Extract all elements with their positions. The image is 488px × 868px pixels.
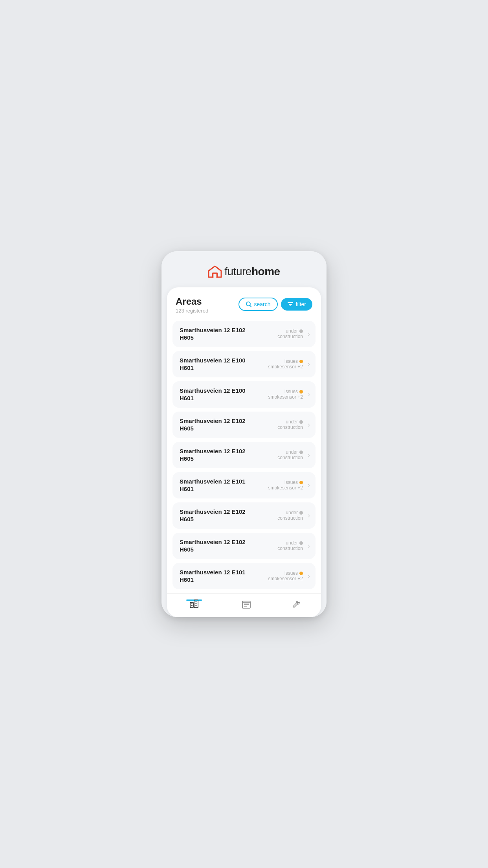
header-row: Areas 123 registered search: [167, 287, 321, 319]
list-nav-icon: [241, 599, 252, 610]
chevron-right-icon: ›: [308, 330, 310, 338]
chevron-right-icon: ›: [308, 511, 310, 520]
list-item[interactable]: Smarthusveien 12 E102H605 under construc…: [172, 412, 316, 438]
filter-label: filter: [296, 301, 306, 307]
item-address: Smarthusveien 12 E100H601: [180, 357, 246, 372]
page-title: Areas: [176, 296, 208, 307]
item-status: issues smokesensor +2: [268, 389, 303, 400]
chevron-right-icon: ›: [308, 360, 310, 368]
item-status: issues smokesensor +2: [268, 480, 303, 491]
logo-bold: home: [251, 265, 280, 278]
item-address: Smarthusveien 12 E102H605: [180, 326, 246, 342]
item-address: Smarthusveien 12 E102H605: [180, 417, 246, 432]
chevron-right-icon: ›: [308, 390, 310, 399]
item-address: Smarthusveien 12 E102H605: [180, 508, 246, 523]
search-label: search: [254, 301, 271, 307]
filter-button[interactable]: filter: [281, 298, 312, 311]
main-card: Areas 123 registered search: [167, 287, 321, 617]
list-item[interactable]: Smarthusveien 12 E100H601 issues smokese…: [172, 381, 316, 408]
item-status: under construction: [277, 510, 303, 521]
item-status: under construction: [277, 419, 303, 430]
item-status: issues smokesensor +2: [268, 359, 303, 370]
nav-item-tools[interactable]: [291, 599, 302, 610]
status-dot: [299, 360, 303, 363]
item-status: under construction: [277, 328, 303, 339]
list-item[interactable]: Smarthusveien 12 E101H601 issues smokese…: [172, 472, 316, 498]
status-dot: [299, 329, 303, 333]
futurehome-logo-icon: [208, 265, 222, 278]
header-left: Areas 123 registered: [176, 296, 208, 314]
item-address: Smarthusveien 12 E101H601: [180, 478, 246, 493]
status-dot: [299, 541, 303, 545]
logo-area: futurehome: [161, 251, 327, 287]
status-dot: [299, 511, 303, 515]
chevron-right-icon: ›: [308, 481, 310, 489]
list-item[interactable]: Smarthusveien 12 E100H601 issues smokese…: [172, 351, 316, 377]
chevron-right-icon: ›: [308, 542, 310, 550]
status-dot: [299, 481, 303, 484]
item-status: under construction: [277, 449, 303, 460]
item-address: Smarthusveien 12 E102H605: [180, 447, 246, 463]
status-dot: [299, 572, 303, 575]
list-item[interactable]: Smarthusveien 12 E101H601 issues smokese…: [172, 563, 316, 589]
item-address: Smarthusveien 12 E100H601: [180, 387, 246, 402]
chevron-right-icon: ›: [308, 451, 310, 459]
areas-nav-icon: [189, 598, 200, 609]
search-icon: [246, 301, 252, 307]
phone-frame: futurehome Areas 123 registered sear: [161, 251, 327, 617]
item-address: Smarthusveien 12 E101H601: [180, 568, 246, 584]
phone-inner: futurehome Areas 123 registered sear: [161, 251, 327, 617]
logo-light: future: [224, 265, 251, 278]
item-status: issues smokesensor +2: [268, 570, 303, 581]
logo-text: futurehome: [224, 265, 280, 278]
list-item[interactable]: Smarthusveien 12 E102H605 under construc…: [172, 442, 316, 468]
nav-item-areas[interactable]: [186, 600, 202, 609]
list-item[interactable]: Smarthusveien 12 E102H605 under construc…: [172, 533, 316, 559]
areas-list: Smarthusveien 12 E102H605 under construc…: [167, 319, 321, 593]
search-button[interactable]: search: [238, 298, 278, 311]
list-item[interactable]: Smarthusveien 12 E102H605 under construc…: [172, 321, 316, 347]
item-status: under construction: [277, 540, 303, 551]
svg-line-1: [250, 305, 251, 307]
status-dot: [299, 390, 303, 394]
svg-rect-2: [190, 602, 193, 608]
chevron-right-icon: ›: [308, 421, 310, 429]
chevron-right-icon: ›: [308, 572, 310, 580]
registered-count: 123 registered: [176, 308, 208, 314]
tools-nav-icon: [291, 599, 302, 610]
status-dot: [299, 420, 303, 424]
status-dot: [299, 451, 303, 454]
item-address: Smarthusveien 12 E102H605: [180, 538, 246, 554]
bottom-nav: [167, 593, 321, 617]
list-item[interactable]: Smarthusveien 12 E102H605 under construc…: [172, 502, 316, 529]
nav-item-list[interactable]: [241, 599, 252, 610]
header-actions: search filter: [238, 298, 312, 311]
filter-icon: [287, 301, 294, 307]
